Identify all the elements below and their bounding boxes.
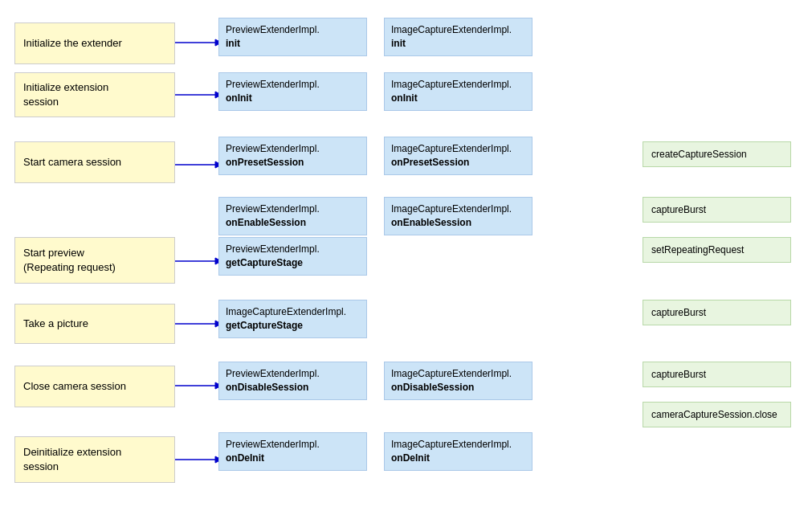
yellow-box-4: Start preview(Repeating request) bbox=[14, 237, 175, 284]
blue-box-preview-onenablesession: PreviewExtenderImpl.onEnableSession bbox=[218, 197, 367, 235]
blue-box-preview-ondeinit: PreviewExtenderImpl.onDeInit bbox=[218, 432, 367, 471]
yellow-box-5: Take a picture bbox=[14, 304, 175, 344]
green-box-setrepeatingrequest: setRepeatingRequest bbox=[643, 237, 791, 263]
blue-box-preview-getcapturestage: PreviewExtenderImpl.getCaptureStage bbox=[218, 237, 367, 276]
yellow-box-1: Initialize the extender bbox=[14, 22, 175, 64]
green-box-captureburst-1: captureBurst bbox=[643, 197, 791, 223]
green-box-captureburst-3: captureBurst bbox=[643, 362, 791, 387]
diagram: Initialize the extender Initialize exten… bbox=[0, 0, 812, 511]
yellow-box-7: Deinitialize extensionsession bbox=[14, 436, 175, 483]
green-box-cameracapturesession-close: cameraCaptureSession.close bbox=[643, 402, 791, 427]
blue-box-imagecapture-onpresetsession: ImageCaptureExtenderImpl.onPresetSession bbox=[384, 137, 532, 175]
blue-box-imagecapture-oninit: ImageCaptureExtenderImpl.onInit bbox=[384, 72, 532, 111]
blue-box-preview-onpresetsession: PreviewExtenderImpl.onPresetSession bbox=[218, 137, 367, 175]
green-box-captureburst-2: captureBurst bbox=[643, 300, 791, 325]
blue-box-imagecapture-init: ImageCaptureExtenderImpl.init bbox=[384, 18, 532, 56]
blue-box-preview-ondisablesession: PreviewExtenderImpl.onDisableSession bbox=[218, 362, 367, 400]
blue-box-imagecapture-ondisablesession: ImageCaptureExtenderImpl.onDisableSessio… bbox=[384, 362, 532, 400]
yellow-box-6: Close camera session bbox=[14, 366, 175, 407]
blue-box-imagecapture-ondeinit: ImageCaptureExtenderImpl.onDeInit bbox=[384, 432, 532, 471]
blue-box-preview-oninit: PreviewExtenderImpl.onInit bbox=[218, 72, 367, 111]
yellow-box-2: Initialize extensionsession bbox=[14, 72, 175, 117]
yellow-box-3: Start camera session bbox=[14, 141, 175, 183]
blue-box-preview-init: PreviewExtenderImpl.init bbox=[218, 18, 367, 56]
green-box-createcapturesession: createCaptureSession bbox=[643, 141, 791, 167]
blue-box-imagecapture-onenablesession: ImageCaptureExtenderImpl.onEnableSession bbox=[384, 197, 532, 235]
blue-box-imagecapture-getcapturestage: ImageCaptureExtenderImpl.getCaptureStage bbox=[218, 300, 367, 338]
